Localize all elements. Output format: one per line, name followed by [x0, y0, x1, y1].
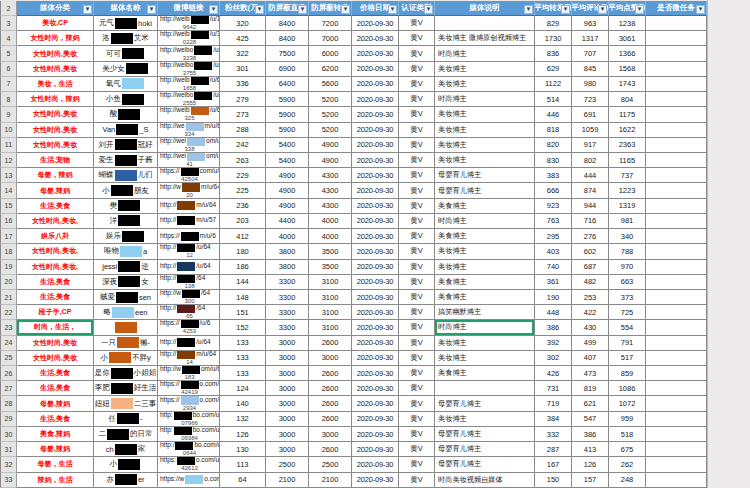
cell-media-description[interactable]: 美妆博主 — [435, 336, 535, 351]
cell-weibo-link[interactable]: http://weibo/u/393238 — [158, 46, 220, 61]
cell-weibo-link[interactable]: http://weib/u/641658 — [158, 77, 220, 92]
column-header-12[interactable]: 平均点赞数▼ — [609, 1, 646, 16]
cell-direct-post-price[interactable]: 3300 — [266, 305, 309, 320]
cell-avg-reposts[interactable]: 190 — [535, 290, 572, 305]
cell-avg-reposts[interactable]: 295 — [535, 229, 572, 244]
row-number[interactable]: 4 — [0, 31, 17, 46]
cell-micro-task[interactable] — [646, 92, 707, 107]
cell-price-date[interactable]: 2020-09-30 — [352, 260, 399, 275]
cell-fans-count[interactable]: 225 — [220, 183, 266, 198]
cell-micro-task[interactable] — [646, 183, 707, 198]
cell-repost-price[interactable]: 5200 — [309, 107, 352, 122]
cell-category[interactable]: 母婴,辣妈 — [17, 396, 94, 411]
cell-media-name[interactable]: 深夜女 — [94, 275, 158, 290]
cell-cert-type[interactable]: 黄V — [399, 107, 435, 122]
cell-avg-likes[interactable]: 1568 — [609, 62, 646, 77]
cell-cert-type[interactable]: 黄V — [399, 244, 435, 259]
cell-category[interactable]: 女性时尚,美妆, — [17, 260, 94, 275]
cell-category[interactable]: 女性时尚,美妆, — [17, 244, 94, 259]
cell-avg-reposts[interactable]: 719 — [535, 396, 572, 411]
cell-repost-price[interactable]: 2500 — [309, 457, 352, 472]
cell-weibo-link[interactable]: http://weib/u/64325 — [158, 107, 220, 122]
cell-cert-type[interactable]: 黄V — [399, 412, 435, 427]
cell-avg-reposts[interactable]: 392 — [535, 336, 572, 351]
cell-weibo-link[interactable]: http://weib/u/330228 — [158, 31, 220, 46]
cell-media-name[interactable]: 可可 — [94, 46, 158, 61]
cell-avg-reposts[interactable]: 731 — [535, 381, 572, 396]
cell-micro-task[interactable] — [646, 153, 707, 168]
cell-weibo-link[interactable]: http:/bo.com/u/640644 — [158, 442, 220, 457]
cell-repost-price[interactable]: 4300 — [309, 168, 352, 183]
cell-direct-post-price[interactable]: 8400 — [266, 16, 309, 31]
cell-category[interactable]: 美妆，生活 — [17, 77, 94, 92]
cell-fans-count[interactable]: 132 — [220, 412, 266, 427]
column-header-3[interactable]: 微博链接▼ — [158, 1, 220, 16]
cell-avg-reposts[interactable]: 820 — [535, 138, 572, 153]
cell-repost-price[interactable]: 3000 — [309, 427, 352, 442]
cell-direct-post-price[interactable]: 2500 — [266, 457, 309, 472]
filter-dropdown-icon[interactable]: ▼ — [341, 5, 350, 14]
cell-avg-likes[interactable]: 737 — [609, 168, 646, 183]
cell-media-description[interactable]: 母婴育儿博主 — [435, 442, 535, 457]
cell-category[interactable]: 女性时尚,美妆 — [17, 123, 94, 138]
cell-media-name[interactable]: 二的日常 — [94, 427, 158, 442]
cell-micro-task[interactable] — [646, 275, 707, 290]
cell-avg-likes[interactable]: 518 — [609, 427, 646, 442]
cell-fans-count[interactable]: 144 — [220, 275, 266, 290]
cell-weibo-link[interactable]: http://weibo/u/393755 — [158, 62, 220, 77]
cell-category[interactable]: 生活,美食 — [17, 381, 94, 396]
cell-avg-comments[interactable]: 602 — [572, 244, 609, 259]
filter-dropdown-icon[interactable]: ▼ — [696, 5, 705, 14]
cell-micro-task[interactable] — [646, 351, 707, 366]
cell-micro-task[interactable] — [646, 138, 707, 153]
cell-direct-post-price[interactable]: 3000 — [266, 442, 309, 457]
cell-cert-type[interactable]: 黄V — [399, 275, 435, 290]
cell-avg-reposts[interactable]: 383 — [535, 168, 572, 183]
cell-repost-price[interactable]: 3000 — [309, 351, 352, 366]
column-header-6[interactable]: 防屏蔽转发▼ — [309, 1, 352, 16]
row-number[interactable]: 12 — [0, 153, 17, 168]
cell-weibo-link[interactable]: http:bo.com/u/6409384 — [158, 427, 220, 442]
cell-cert-type[interactable]: 黄V — [399, 351, 435, 366]
cell-fans-count[interactable]: 336 — [220, 77, 266, 92]
cell-avg-likes[interactable]: 970 — [609, 260, 646, 275]
cell-media-description[interactable]: 美妆博主 — [435, 260, 535, 275]
cell-cert-type[interactable]: 黄V — [399, 92, 435, 107]
cell-avg-comments[interactable]: 253 — [572, 290, 609, 305]
cell-avg-reposts[interactable]: 666 — [535, 183, 572, 198]
cell-media-description[interactable]: 母婴育儿博主 — [435, 427, 535, 442]
row-number[interactable]: 5 — [0, 46, 17, 61]
cell-avg-likes[interactable]: 262 — [609, 457, 646, 472]
cell-direct-post-price[interactable]: 3800 — [266, 260, 309, 275]
cell-media-description[interactable]: 美妆博主 — [435, 153, 535, 168]
cell-avg-reposts[interactable]: 829 — [535, 16, 572, 31]
cell-repost-price[interactable]: 5200 — [309, 92, 352, 107]
cell-repost-price[interactable]: 7200 — [309, 16, 352, 31]
cell-category[interactable]: 生活,美食 — [17, 366, 94, 381]
cell-avg-likes[interactable]: 675 — [609, 442, 646, 457]
cell-media-name[interactable]: 亦er — [94, 473, 158, 488]
cell-direct-post-price[interactable]: 4900 — [266, 199, 309, 214]
row-number[interactable]: 16 — [0, 214, 17, 229]
cell-weibo-link[interactable]: http://w/64300 — [158, 290, 220, 305]
cell-micro-task[interactable] — [646, 457, 707, 472]
cell-price-date[interactable]: 2020-09-30 — [352, 183, 399, 198]
cell-direct-post-price[interactable]: 3000 — [266, 412, 309, 427]
cell-category[interactable]: 辣妈，生活 — [17, 473, 94, 488]
cell-media-name[interactable]: 妞妞二三事 — [94, 396, 158, 411]
cell-avg-reposts[interactable]: 150 — [535, 473, 572, 488]
cell-cert-type[interactable]: 黄V — [399, 427, 435, 442]
row-number[interactable]: 7 — [0, 77, 17, 92]
cell-weibo-link[interactable]: https://m/u/6 — [158, 229, 220, 244]
cell-price-date[interactable]: 2020-09-30 — [352, 442, 399, 457]
cell-cert-type[interactable]: 黄V — [399, 123, 435, 138]
cell-fans-count[interactable]: 186 — [220, 260, 266, 275]
cell-media-description[interactable]: 美食博主 — [435, 199, 535, 214]
cell-price-date[interactable]: 2020-09-30 — [352, 92, 399, 107]
row-number[interactable]: 21 — [0, 290, 17, 305]
cell-avg-comments[interactable]: 980 — [572, 77, 609, 92]
cell-category[interactable]: 母婴,辣妈 — [17, 183, 94, 198]
cell-weibo-link[interactable]: http:///6465 — [158, 305, 220, 320]
row-number[interactable]: 17 — [0, 229, 17, 244]
row-number[interactable]: 22 — [0, 305, 17, 320]
